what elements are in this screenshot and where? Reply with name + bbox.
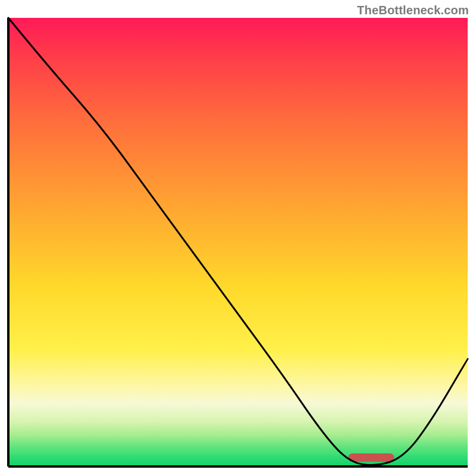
plot-area — [8, 18, 468, 466]
axes — [8, 18, 468, 466]
chart-overlay — [8, 18, 468, 466]
bottleneck-curve-path — [8, 18, 468, 465]
optimal-range-marker — [348, 453, 394, 462]
chart-container: TheBottleneck.com — [0, 0, 476, 476]
optimal-range-rect — [348, 453, 394, 462]
watermark-text: TheBottleneck.com — [357, 4, 469, 17]
bottleneck-curve — [8, 18, 468, 465]
